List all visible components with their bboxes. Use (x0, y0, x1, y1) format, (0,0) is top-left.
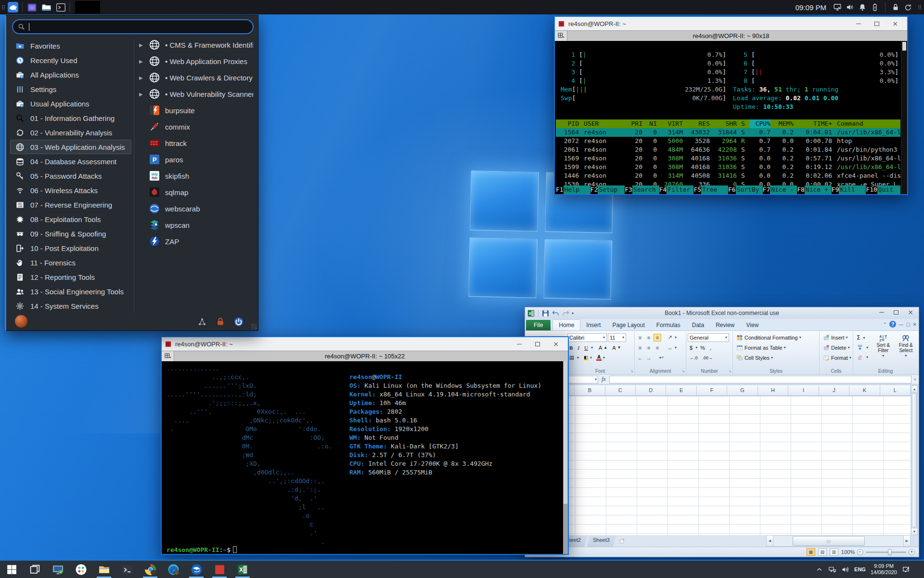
excel-tab-review[interactable]: Review (710, 320, 740, 330)
accounting-format-button[interactable]: $ (688, 343, 694, 353)
session-settings-icon[interactable] (197, 317, 207, 327)
terminal-scrollbar[interactable] (563, 361, 568, 554)
alignment-dialog-launcher-icon[interactable]: ↘ (681, 369, 685, 373)
scroll-right-icon[interactable]: ▶ (903, 535, 911, 547)
menu-category-06-wireless-attacks[interactable]: 06 - Wireless Attacks (10, 183, 131, 197)
taskbar-task-view-button[interactable] (23, 561, 46, 578)
fkey-f10[interactable]: F10Quit (866, 185, 900, 194)
align-middle-button[interactable]: ≡ (645, 334, 653, 342)
align-left-button[interactable]: ≡ (636, 344, 644, 352)
menu-category-04-database-assessment[interactable]: 04 - Database Assessment (10, 154, 131, 169)
ribbon-collapse-icon[interactable]: ⌃ (883, 322, 887, 327)
taskbar-windows-terminal[interactable] (116, 561, 139, 578)
neofetch-title-bar[interactable]: re4son@WOPR-II: ~ × (162, 337, 568, 351)
resize-grip[interactable] (251, 324, 257, 329)
excel-tab-data[interactable]: Data (686, 320, 710, 330)
sort-filter-button[interactable]: AZSort & Filter▾ (873, 333, 894, 359)
excel-tab-page-layout[interactable]: Page Layout (606, 320, 650, 330)
cells-area[interactable] (544, 396, 911, 535)
workbook-minimize-icon[interactable]: — (898, 322, 903, 327)
fkey-f5[interactable]: F5Tree (693, 185, 728, 194)
menu-category-03-web-application-analysis[interactable]: 03 - Web Application Analysis (10, 140, 131, 154)
menu-item-burpsuite[interactable]: burpsuite (137, 102, 255, 118)
menu-category-01-information-gathering[interactable]: 01 - Information Gathering (10, 111, 131, 125)
column-headers[interactable]: ABCDEFGHIJKL (529, 385, 911, 396)
menu-item-webscarab[interactable]: webscarab (137, 200, 255, 217)
htop-function-key-bar[interactable]: F1HelpF2SetupF3SearchF4FilterF5TreeF6Sor… (556, 185, 900, 194)
menu-item-commix[interactable]: commix (137, 118, 255, 135)
htop-process-row[interactable]: 2061re4son200484M6463642208S0.70.20:01.8… (556, 145, 900, 154)
italic-button[interactable]: I (576, 343, 581, 353)
conditional-formatting-button[interactable]: Conditional Formatting▾ (734, 333, 803, 342)
taskbar-excel-app[interactable]: X (231, 561, 254, 578)
fkey-f6[interactable]: F6SortBy (728, 185, 763, 194)
active-window-button[interactable] (75, 1, 100, 13)
excel-tab-insert[interactable]: Insert (580, 320, 606, 330)
column-header-F[interactable]: F (697, 385, 727, 395)
formula-input[interactable] (609, 376, 911, 383)
volume-icon[interactable] (846, 3, 854, 12)
menu-item-zap[interactable]: ZAP (137, 233, 255, 250)
fkey-f4[interactable]: F4Filter (659, 185, 694, 194)
excel-tab-file[interactable]: File (526, 320, 551, 330)
lock-screen-icon[interactable] (216, 317, 225, 327)
htop-process-table[interactable]: PIDUSERPRINIVIRTRESSHRSCPU%MEM%TIME+Comm… (556, 119, 900, 189)
font-name-select[interactable]: Calibri▾ (567, 333, 607, 342)
fkey-f2[interactable]: F2Setup (590, 185, 625, 194)
align-top-button[interactable]: ≡ (636, 334, 644, 342)
show-hidden-icons-chevron[interactable] (815, 565, 823, 574)
decrease-decimal-button[interactable]: .00→ (701, 353, 715, 363)
excel-tab-formulas[interactable]: Formulas (651, 320, 686, 330)
fkey-f7[interactable]: F7Nice - (763, 185, 797, 194)
font-size-select[interactable]: 11▾ (608, 333, 626, 342)
page-layout-view-button[interactable]: ▤ (818, 548, 827, 556)
close-button[interactable]: × (903, 307, 918, 317)
menu-item-wpscan[interactable]: wpscan (137, 217, 255, 233)
zoom-slider-thumb[interactable] (888, 549, 892, 555)
menu-category-07-reverse-engineering[interactable]: 101110 07 - Reverse Engineering (10, 197, 131, 212)
column-header-H[interactable]: H (758, 385, 788, 395)
htop-table-header[interactable]: PIDUSERPRINIVIRTRESSHRSCPU%MEM%TIME+Comm… (556, 119, 900, 128)
zoom-in-button[interactable]: + (909, 549, 915, 555)
close-button[interactable]: × (547, 338, 565, 350)
wrap-text-button[interactable]: ↩ (657, 354, 665, 362)
fill-button[interactable] (855, 342, 865, 352)
panel-grip-handle[interactable] (1, 2, 6, 12)
battery-icon[interactable] (871, 3, 879, 12)
app-launcher-purple[interactable] (26, 1, 38, 13)
menu-item-paros[interactable]: P paros (137, 151, 255, 168)
column-header-C[interactable]: C (605, 385, 636, 395)
vertical-scrollbar[interactable]: ▲ ▼ (911, 385, 918, 535)
percent-style-button[interactable]: % (698, 343, 707, 353)
align-bottom-button[interactable]: ≡ (654, 334, 661, 342)
cell-styles-button[interactable]: Cell Styles▾ (734, 353, 775, 363)
menu-item-httrack[interactable]: httrack (137, 135, 255, 151)
find-select-button[interactable]: Find & Select▾ (894, 333, 918, 359)
scroll-thumb[interactable] (902, 42, 906, 51)
file-manager-launcher[interactable] (40, 1, 52, 13)
font-color-button[interactable]: A (596, 355, 602, 361)
column-header-G[interactable]: G (727, 385, 757, 395)
action-center-icon[interactable] (902, 565, 910, 574)
merge-center-button[interactable]: ↔ (666, 344, 674, 352)
format-cells-button[interactable]: Format▾ (821, 353, 853, 363)
panel-grip-handle[interactable] (917, 2, 922, 12)
maximize-button[interactable] (868, 18, 886, 29)
menu-category-favorites[interactable]: Favorites (10, 39, 131, 53)
autosum-button[interactable]: Σ (855, 333, 862, 342)
htop-process-row[interactable]: 1569re4son200308M4016831036S0.00.20:57.7… (556, 154, 900, 163)
menu-category-14-system-services[interactable]: 14 - System Services (10, 299, 131, 313)
fkey-f3[interactable]: F3Search (625, 185, 659, 194)
logout-icon[interactable] (234, 317, 244, 327)
formula-bar-expand-icon[interactable]: ˅ (912, 377, 918, 382)
taskbar-thunderbird-mail[interactable] (185, 561, 208, 578)
page-break-view-button[interactable]: ▥ (830, 548, 838, 556)
menu-category-10-post-exploitation[interactable]: 10 - Post Exploitation (10, 241, 131, 255)
menu-category-09-sniffing-spoofing[interactable]: 09 - Sniffing & Spoofing (10, 226, 131, 241)
menu-item-web-crawlers-directory[interactable]: ▶ • Web Crawlers & Directory ... (137, 69, 255, 86)
fkey-f9[interactable]: F9Kill (832, 185, 866, 194)
htop-process-row[interactable]: 1446re4son200314M4050831416S0.00.20:02.0… (556, 171, 900, 180)
menu-item-skipfish[interactable]: skipfish skipfish (137, 168, 255, 184)
taskbar-chrome-browser[interactable] (139, 561, 162, 578)
menu-category-settings[interactable]: Settings (10, 82, 131, 96)
